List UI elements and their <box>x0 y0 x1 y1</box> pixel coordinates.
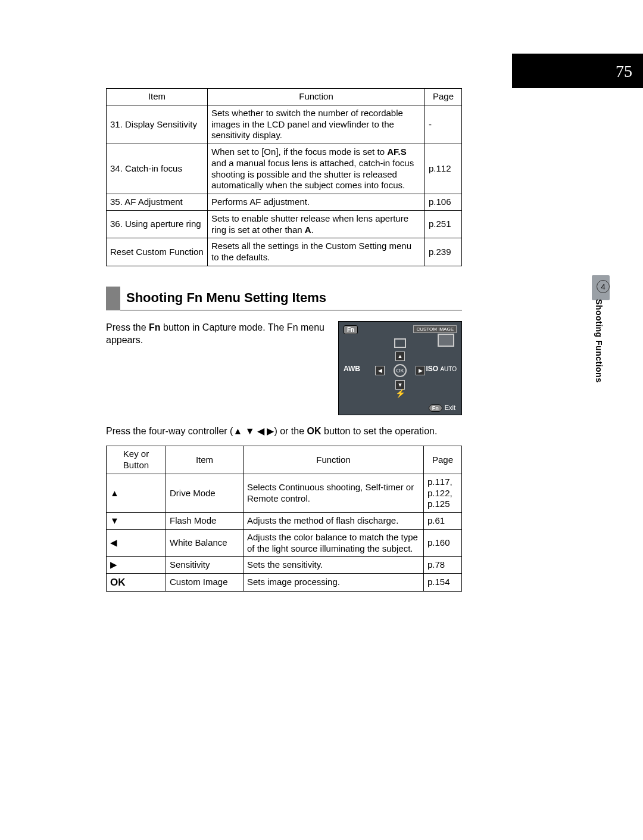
th-item: Item <box>107 89 208 105</box>
th-page: Page <box>425 89 462 105</box>
table-header-row: Key or Button Item Function Page <box>107 446 462 474</box>
th-function: Function <box>208 89 425 105</box>
custom-image-icon <box>438 334 454 347</box>
table-row: ◀ White Balance Adjusts the color balanc… <box>107 529 462 557</box>
left-arrow-icon: ◀ <box>375 366 385 375</box>
custom-image-label: CUSTOM IMAGE <box>413 325 457 333</box>
fn-badge: Fn <box>344 325 358 334</box>
fn-menu-screenshot: Fn CUSTOM IMAGE OK ▲ ▼ ◀ ▶ AWB ISO AUTO … <box>338 321 462 415</box>
awb-label: AWB <box>344 365 360 373</box>
settings-table-1: Item Function Page 31. Display Sensitivi… <box>106 88 462 266</box>
chapter-label: Shooting Functions <box>594 297 604 382</box>
table-row: 35. AF Adjustment Performs AF adjustment… <box>107 194 462 211</box>
exit-label: FnExit <box>429 404 455 411</box>
th-page: Page <box>424 446 462 474</box>
th-function: Function <box>244 446 424 474</box>
section-heading: Shooting Fn Menu Setting Items <box>106 287 462 310</box>
table-row: 34. Catch-in focus When set to [On], if … <box>107 144 462 194</box>
iso-label: ISO AUTO <box>426 365 457 373</box>
left-arrow-icon: ◀ <box>107 529 166 557</box>
drive-mode-icon <box>394 338 406 348</box>
heading-title: Shooting Fn Menu Setting Items <box>120 287 462 310</box>
table-row: ▶ Sensitivity Sets the sensitivity. p.78 <box>107 557 462 574</box>
chapter-badge: 4 <box>597 280 610 293</box>
ok-button-icon: OK <box>394 364 407 377</box>
th-key: Key or Button <box>107 446 166 474</box>
four-way-controller-icon: OK ▲ ▼ ◀ ▶ <box>376 353 424 388</box>
intro-text: Press the Fn button in Capture mode. The… <box>106 321 326 347</box>
settings-table-2: Key or Button Item Function Page ▲ Drive… <box>106 446 462 592</box>
up-arrow-icon: ▲ <box>107 474 166 512</box>
table-row: 31. Display Sensitivity Sets whether to … <box>107 105 462 144</box>
table-row: OK Custom Image Sets image processing. p… <box>107 574 462 592</box>
table-row: ▲ Drive Mode Selects Continuous shooting… <box>107 474 462 512</box>
up-arrow-icon: ▲ <box>395 351 405 361</box>
right-arrow-icon: ▶ <box>416 366 425 375</box>
table-header-row: Item Function Page <box>107 89 462 105</box>
page-number: 75 <box>616 62 632 81</box>
heading-accent <box>106 287 120 310</box>
side-tab: 4 Shooting Functions <box>594 280 612 382</box>
th-item: Item <box>166 446 244 474</box>
flash-icon: ⚡ <box>395 388 405 398</box>
table-row: Reset Custom Function Resets all the set… <box>107 238 462 266</box>
controller-instruction: Press the four-way controller (▲ ▼ ◀ ▶) … <box>106 425 462 438</box>
table-row: ▼ Flash Mode Adjusts the method of flash… <box>107 513 462 530</box>
table-row: 36. Using aperture ring Sets to enable s… <box>107 210 462 238</box>
right-arrow-icon: ▶ <box>107 557 166 574</box>
down-arrow-icon: ▼ <box>107 513 166 530</box>
ok-button-icon: OK <box>107 574 166 592</box>
